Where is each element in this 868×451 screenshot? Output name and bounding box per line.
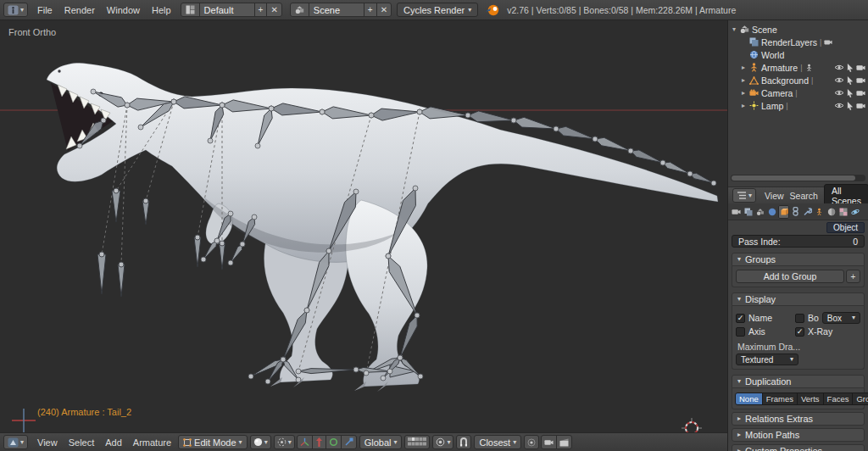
edit-mode-icon — [183, 438, 192, 447]
selectable-pointer-icon[interactable] — [847, 76, 854, 85]
outliner-row-lamp[interactable]: ▸ Lamp | — [728, 99, 868, 112]
tab-texture-icon[interactable] — [837, 205, 849, 219]
tab-scene-icon[interactable] — [754, 205, 765, 219]
menu-armature[interactable]: Armature — [129, 437, 175, 448]
scale-manipulator-icon[interactable] — [341, 435, 357, 449]
tab-object-data-icon[interactable] — [814, 205, 825, 219]
menu-view[interactable]: View — [33, 437, 62, 448]
outliner-row-background[interactable]: ▸ Background | — [728, 74, 868, 86]
dup-group-button[interactable]: Group — [852, 393, 868, 405]
dup-faces-button[interactable]: Faces — [823, 393, 854, 405]
menu-file[interactable]: File — [32, 3, 58, 17]
menu-help[interactable]: Help — [147, 3, 176, 17]
checkbox-name-label: Name — [748, 313, 772, 323]
bounds-type-select[interactable]: Box ▾ — [822, 312, 860, 324]
disclosure-icon[interactable]: ▸ — [740, 76, 747, 84]
renderable-camera-icon[interactable] — [856, 76, 865, 84]
checkbox-xray[interactable]: ✓ — [795, 327, 804, 337]
panel-header-groups[interactable]: ▾ Groups — [732, 253, 865, 266]
screen-delete-button[interactable]: ✕ — [266, 3, 281, 17]
snap-target-select[interactable]: Closest ▾ — [474, 435, 521, 449]
cursor-3d[interactable] — [682, 418, 702, 432]
disclosure-icon[interactable]: ▸ — [740, 64, 747, 71]
add-to-group-button[interactable]: Add to Group — [736, 270, 844, 283]
outliner-scrollbar[interactable] — [731, 175, 865, 181]
outliner-row-camera[interactable]: ▸ Camera | — [728, 86, 868, 99]
tab-render-layers-icon[interactable] — [743, 205, 754, 219]
renderable-camera-icon[interactable] — [856, 89, 865, 97]
dup-frames-button[interactable]: Frames — [762, 393, 798, 405]
rotate-manipulator-icon[interactable] — [326, 435, 342, 449]
pivot-point-select[interactable]: ▾ — [274, 435, 295, 449]
selectable-pointer-icon[interactable] — [847, 89, 854, 97]
eye-icon[interactable] — [834, 89, 844, 97]
panel-collapsed-icon: ▸ — [737, 448, 741, 451]
outliner-row-renderlayers[interactable]: RenderLayers | — [728, 36, 868, 48]
outliner-row-armature[interactable]: ▸ Armature | — [728, 61, 868, 74]
panel-header-custom-properties[interactable]: ▸ Custom Properties — [732, 444, 865, 451]
disclosure-icon[interactable]: ▾ — [731, 25, 737, 33]
translate-manipulator-icon[interactable] — [312, 435, 326, 449]
selectable-pointer-icon[interactable] — [847, 64, 854, 72]
scene-selector: Scene + ✕ — [291, 3, 392, 17]
screen-browse-button[interactable] — [181, 3, 200, 17]
panel-header-motion-paths[interactable]: ▸ Motion Paths — [732, 428, 865, 442]
screen-add-button[interactable]: + — [254, 3, 268, 17]
render-engine-select[interactable]: Cycles Render ▾ — [397, 3, 478, 17]
editor-type-button[interactable]: ▾ — [3, 3, 28, 17]
dup-verts-button[interactable]: Verts — [797, 393, 824, 405]
opengl-render-anim-button[interactable] — [556, 435, 572, 449]
eye-icon[interactable] — [834, 64, 844, 71]
snap-element-button[interactable] — [524, 435, 539, 449]
tab-modifiers-icon[interactable] — [802, 205, 813, 219]
scene-browse-button[interactable] — [290, 3, 309, 17]
tab-constraints-icon[interactable] — [790, 205, 801, 219]
selectable-pointer-icon[interactable] — [847, 102, 854, 110]
screen-name-field[interactable]: Default — [199, 3, 255, 17]
new-group-button[interactable]: + — [846, 270, 860, 283]
outliner-editor-type-button[interactable]: ▾ — [732, 188, 756, 203]
panel-header-duplication[interactable]: ▾ Duplication — [732, 375, 865, 388]
scene-name-field[interactable]: Scene — [309, 3, 364, 17]
outliner-row-scene[interactable]: ▾ Scene — [728, 23, 868, 36]
viewport-shading-select[interactable]: ▾ — [250, 435, 271, 449]
checkbox-axis[interactable] — [736, 327, 745, 337]
panel-header-relations-extras[interactable]: ▸ Relations Extras — [732, 412, 865, 426]
opengl-render-image-button[interactable] — [541, 435, 557, 449]
scene-delete-button[interactable]: ✕ — [376, 3, 392, 17]
manipulator-axis-icon[interactable] — [297, 435, 313, 449]
renderable-camera-icon[interactable] — [856, 102, 865, 109]
menu-select[interactable]: Select — [64, 437, 99, 448]
checkbox-bounds[interactable] — [795, 314, 804, 323]
snap-toggle-button[interactable] — [456, 435, 471, 449]
armature-layers-widget[interactable] — [404, 435, 430, 449]
outliner-view-menu[interactable]: View — [765, 191, 784, 201]
tab-physics-icon[interactable] — [849, 205, 860, 219]
view3d-editor-type-button[interactable]: ▾ — [3, 435, 28, 449]
tab-material-icon[interactable] — [826, 205, 837, 219]
tab-render-icon[interactable] — [731, 205, 742, 219]
outliner-search-menu[interactable]: Search — [790, 191, 818, 201]
scene-add-button[interactable]: + — [364, 3, 377, 17]
eye-icon[interactable] — [834, 76, 844, 84]
viewport-3d[interactable]: Front Ortho (240) Armature : Tail_2 — [0, 20, 727, 432]
transform-orientation-select[interactable]: Global ▾ — [359, 435, 403, 449]
disclosure-icon[interactable]: ▸ — [740, 89, 747, 97]
max-draw-type-select[interactable]: Textured ▾ — [736, 354, 798, 365]
panel-header-display[interactable]: ▾ Display — [732, 292, 865, 306]
tab-world-icon[interactable] — [766, 205, 777, 219]
tab-object-icon[interactable] — [778, 205, 789, 219]
checkbox-name[interactable]: ✓ — [736, 314, 745, 323]
proportional-edit-select[interactable]: ▾ — [432, 435, 453, 449]
outliner-label: Scene — [752, 25, 777, 35]
menu-window[interactable]: Window — [102, 3, 145, 17]
menu-add[interactable]: Add — [101, 437, 126, 448]
menu-render[interactable]: Render — [59, 3, 100, 17]
outliner-row-world[interactable]: World — [728, 48, 868, 61]
renderable-camera-icon[interactable] — [856, 64, 865, 71]
eye-icon[interactable] — [834, 102, 844, 109]
disclosure-icon[interactable]: ▸ — [740, 102, 747, 109]
dup-none-button[interactable]: None — [735, 393, 763, 405]
pass-index-field[interactable]: Pass Inde: 0 — [732, 235, 865, 248]
mode-select[interactable]: Edit Mode ▾ — [178, 435, 248, 449]
